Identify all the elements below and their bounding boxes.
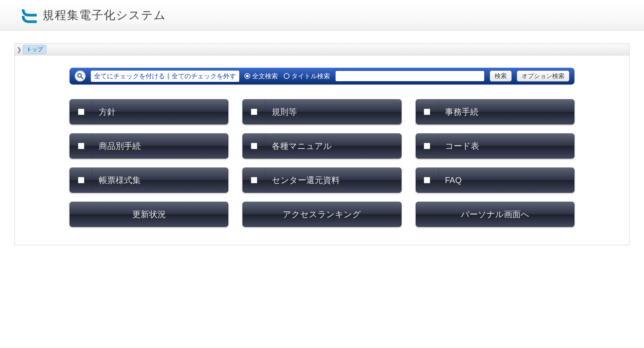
radio-title-label: タイトル検索 [291,72,330,81]
breadcrumb: ❯ トップ [15,44,629,55]
main-frame: ❯ トップ 全てにチェックを付ける | 全てのチェックを外す 全文検索 [14,44,630,245]
check-links-box: 全てにチェックを付ける | 全てのチェックを外す [91,71,239,82]
search-button[interactable]: 検索 [490,71,512,82]
uncheck-all-link[interactable]: 全てのチェックを外す [172,72,236,81]
category-tile[interactable]: センター還元資料 [242,168,401,193]
nav-tile-label: 更新状況 [132,209,166,220]
category-label: 方針 [92,106,116,118]
app-header: 規程集電子化システム [0,0,644,31]
search-mode-radio-group: 全文検索 タイトル検索 [244,72,330,81]
category-checkbox[interactable] [424,177,430,183]
category-label: FAQ [439,175,462,185]
breadcrumb-top[interactable]: トップ [23,45,46,54]
category-checkbox[interactable] [251,109,257,115]
category-tile[interactable]: 商品別手続 [70,133,228,159]
nav-tile-label: アクセスランキング [283,209,361,220]
category-label: 各種マニュアル [265,140,332,152]
category-label: 規則等 [265,106,297,118]
category-checkbox[interactable] [251,143,257,149]
radio-dot-icon [244,73,250,79]
category-tile[interactable]: 方針 [70,99,228,124]
radio-title[interactable]: タイトル検索 [284,72,330,81]
nav-tile-personal[interactable]: パーソナル画面へ [416,202,574,227]
radio-fulltext[interactable]: 全文検索 [244,72,278,81]
category-label: 帳票様式集 [92,175,141,186]
search-bar: 全てにチェックを付ける | 全てのチェックを外す 全文検索 タイトル検索 検索 … [70,68,574,84]
category-tile[interactable]: 帳票様式集 [70,168,228,193]
search-input[interactable] [335,71,485,82]
category-grid: 方針 規則等 事務手続 商品別手続 各種マニュアル コード表 [70,99,574,227]
app-logo-icon [19,5,39,25]
category-label: 事務手続 [439,106,478,118]
nav-tile-updates[interactable]: 更新状況 [70,202,228,227]
radio-dot-icon [284,73,289,79]
category-checkbox[interactable] [78,109,84,115]
category-checkbox[interactable] [424,143,430,149]
search-icon [75,71,86,82]
category-label: 商品別手続 [92,140,141,152]
category-tile[interactable]: FAQ [416,168,574,193]
category-tile[interactable]: 事務手続 [416,99,574,124]
svg-line-1 [81,77,83,79]
divider: | [167,72,169,80]
check-all-link[interactable]: 全てにチェックを付ける [94,72,165,81]
category-label: センター還元資料 [265,175,340,186]
category-tile[interactable]: 各種マニュアル [242,133,401,159]
category-checkbox[interactable] [251,177,257,183]
option-search-button[interactable]: オプション検索 [517,71,569,82]
category-tile[interactable]: 規則等 [242,99,401,124]
category-checkbox[interactable] [78,177,84,183]
category-label: コード表 [439,140,479,152]
radio-fulltext-label: 全文検索 [252,72,278,81]
app-title: 規程集電子化システム [43,7,166,23]
category-checkbox[interactable] [78,143,84,149]
chevron-right-icon: ❯ [17,46,22,53]
nav-tile-label: パーソナル画面へ [461,209,529,220]
category-checkbox[interactable] [424,109,430,115]
nav-tile-ranking[interactable]: アクセスランキング [242,202,401,227]
content-area: 全てにチェックを付ける | 全てのチェックを外す 全文検索 タイトル検索 検索 … [15,55,629,245]
category-tile[interactable]: コード表 [416,133,574,159]
